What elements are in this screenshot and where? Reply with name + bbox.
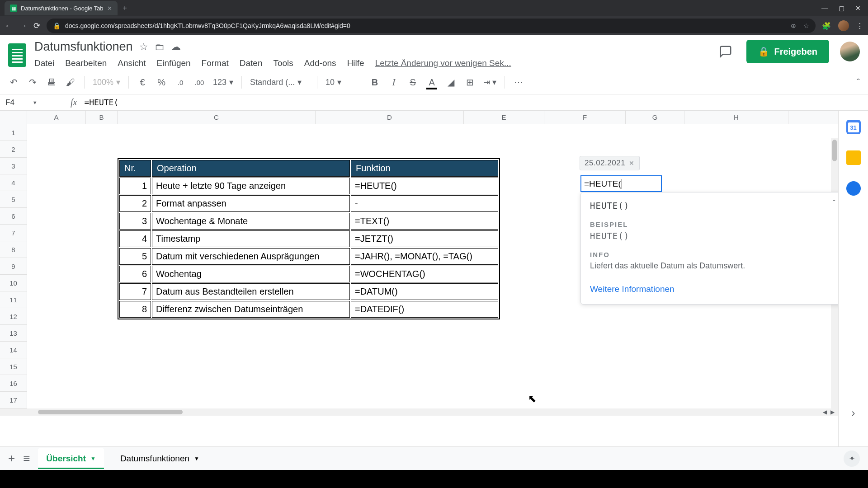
borders-icon[interactable]: ⊞ (464, 77, 475, 88)
menu-einfuegen[interactable]: Einfügen (157, 58, 191, 68)
row-header[interactable]: 1 (0, 124, 27, 141)
active-cell-f4[interactable]: =HEUTE( (580, 175, 662, 192)
table-header-operation[interactable]: Operation (152, 160, 350, 177)
menu-addons[interactable]: Add-ons (304, 58, 336, 68)
zoom-icon[interactable]: ⊕ (791, 22, 796, 29)
font-size-dropdown[interactable]: 10 ▾ (326, 77, 353, 87)
browser-tab[interactable]: ▦ Datumsfunktionen - Google Tab ✕ (5, 1, 118, 15)
col-header-h[interactable]: H (684, 111, 788, 124)
col-header-f[interactable]: F (544, 111, 626, 124)
print-icon[interactable]: 🖶 (46, 77, 57, 88)
menu-hilfe[interactable]: Hilfe (347, 58, 364, 68)
horizontal-scrollbar[interactable]: ◀▶ (0, 408, 838, 416)
table-row[interactable]: 8Differenz zwischen Datumseinträgen=DATE… (119, 301, 498, 318)
table-row[interactable]: 4Timestamp=JETZT() (119, 230, 498, 247)
grid-body[interactable]: 1234567891011121314151617 Nr. Operation … (0, 124, 838, 408)
menu-tools[interactable]: Tools (273, 58, 293, 68)
row-header[interactable]: 14 (0, 342, 27, 358)
col-header-e[interactable]: E (464, 111, 544, 124)
side-panel-expand-icon[interactable]: › (852, 407, 855, 419)
menu-datei[interactable]: Datei (34, 58, 54, 68)
minimize-icon[interactable]: ― (821, 5, 828, 12)
maximize-icon[interactable]: ▢ (839, 5, 844, 12)
sheet-tab-datumsfunktionen[interactable]: Datumsfunktionen ▼ (112, 448, 208, 469)
row-header[interactable]: 4 (0, 174, 27, 191)
document-title[interactable]: Datumsfunktionen (34, 40, 133, 54)
cloud-status-icon[interactable]: ☁ (171, 41, 181, 53)
row-header[interactable]: 7 (0, 225, 27, 241)
row-header[interactable]: 3 (0, 158, 27, 174)
row-header[interactable]: 9 (0, 258, 27, 275)
sheet-tab-uebersicht[interactable]: Übersicht ▼ (38, 448, 104, 469)
last-edit-link[interactable]: Letzte Änderung vor wenigen Sek... (375, 58, 511, 68)
col-header-g[interactable]: G (626, 111, 684, 124)
row-header[interactable]: 10 (0, 275, 27, 291)
fill-color-icon[interactable]: ◢ (445, 77, 456, 88)
calendar-addon-icon[interactable] (846, 120, 861, 134)
table-header-funktion[interactable]: Funktion (351, 160, 498, 177)
address-bar[interactable]: 🔒 docs.google.com/spreadsheets/d/1hbgKTL… (47, 19, 816, 33)
sheets-logo-icon[interactable] (5, 40, 29, 70)
row-header[interactable]: 8 (0, 241, 27, 258)
zoom-dropdown[interactable]: 100% ▾ (93, 77, 120, 87)
row-header[interactable]: 17 (0, 392, 27, 408)
col-header-a[interactable]: A (27, 111, 86, 124)
reload-icon[interactable]: ⟳ (33, 21, 40, 31)
decrease-decimal-button[interactable]: .0 (175, 79, 186, 86)
menu-format[interactable]: Format (202, 58, 229, 68)
menu-daten[interactable]: Daten (240, 58, 263, 68)
row-header[interactable]: 15 (0, 358, 27, 375)
table-row[interactable]: 2Format anpassen- (119, 195, 498, 212)
star-icon[interactable]: ☆ (139, 41, 148, 53)
table-row[interactable]: 5Datum mit verschiedenen Ausprägungen=JA… (119, 248, 498, 265)
share-button[interactable]: 🔒 Freigeben (746, 40, 829, 63)
comments-icon[interactable] (716, 42, 736, 61)
help-collapse-icon[interactable]: ˆ (833, 199, 835, 208)
back-icon[interactable]: ← (5, 21, 13, 31)
row-header[interactable]: 12 (0, 308, 27, 325)
new-tab-button[interactable]: + (123, 4, 127, 12)
menu-ansicht[interactable]: Ansicht (118, 58, 146, 68)
add-sheet-button[interactable]: + (8, 451, 15, 465)
account-avatar[interactable] (840, 42, 860, 61)
tasks-addon-icon[interactable] (846, 181, 861, 196)
help-more-info-link[interactable]: Weitere Informationen (590, 284, 838, 294)
col-header-d[interactable]: D (316, 111, 464, 124)
keep-addon-icon[interactable] (846, 150, 861, 165)
browser-menu-icon[interactable]: ⋮ (856, 22, 863, 30)
text-color-button[interactable]: A (426, 77, 437, 88)
table-header-nr[interactable]: Nr. (119, 160, 151, 177)
undo-icon[interactable]: ↶ (8, 77, 19, 88)
table-row[interactable]: 7Datum aus Bestandteilen erstellen=DATUM… (119, 283, 498, 300)
increase-decimal-button[interactable]: .00 (194, 79, 205, 86)
collapse-toolbar-icon[interactable]: ˆ (857, 77, 860, 88)
italic-button[interactable]: I (388, 77, 399, 88)
paint-format-icon[interactable]: 🖌 (65, 77, 76, 88)
all-sheets-icon[interactable]: ≡ (23, 451, 30, 465)
close-tab-icon[interactable]: ✕ (107, 5, 112, 12)
forward-icon[interactable]: → (19, 21, 27, 31)
redo-icon[interactable]: ↷ (27, 77, 38, 88)
explore-button[interactable]: ✦ (844, 450, 860, 467)
merge-dropdown[interactable]: ⇥ ▾ (483, 77, 496, 87)
name-box[interactable]: F4 ▼ (0, 98, 63, 107)
close-window-icon[interactable]: ✕ (855, 5, 861, 12)
row-header[interactable]: 16 (0, 375, 27, 392)
select-all-corner[interactable] (0, 111, 27, 124)
table-row[interactable]: 3Wochentage & Monate=TEXT() (119, 213, 498, 230)
formula-input[interactable]: =HEUTE( (84, 98, 868, 107)
font-dropdown[interactable]: Standard (... ▾ (250, 77, 309, 87)
row-header[interactable]: 13 (0, 325, 27, 342)
extensions-icon[interactable]: 🧩 (822, 22, 831, 30)
bookmark-icon[interactable]: ☆ (803, 22, 809, 29)
more-toolbar-icon[interactable]: ⋯ (513, 77, 524, 88)
col-header-c[interactable]: C (118, 111, 316, 124)
row-header[interactable]: 11 (0, 291, 27, 308)
preview-close-icon[interactable]: ✕ (629, 160, 635, 167)
percent-button[interactable]: % (156, 77, 167, 88)
row-header[interactable]: 6 (0, 208, 27, 225)
sheet-tab-menu-icon[interactable]: ▼ (194, 455, 199, 462)
bold-button[interactable]: B (369, 77, 380, 88)
col-header-b[interactable]: B (86, 111, 118, 124)
format-123-dropdown[interactable]: 123 ▾ (213, 77, 233, 87)
